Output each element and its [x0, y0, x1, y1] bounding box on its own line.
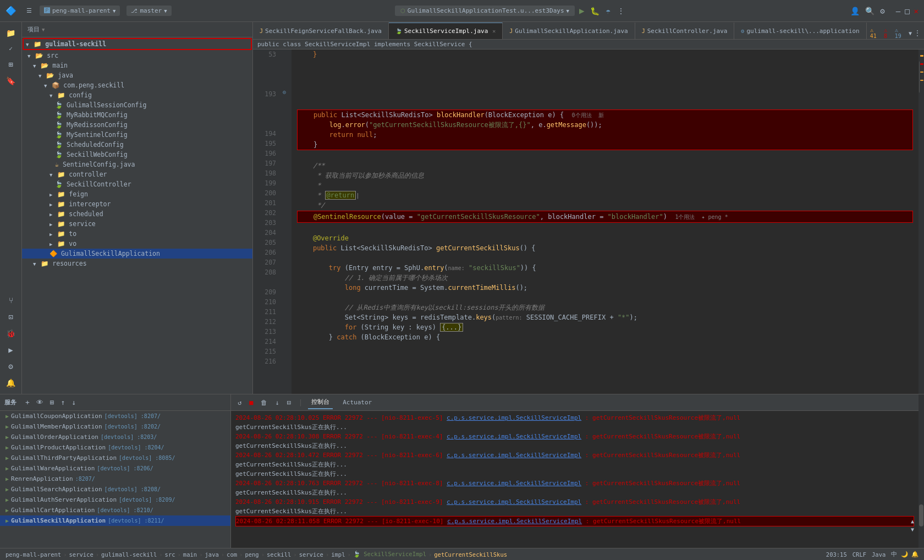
- log-tab-console[interactable]: 控制台: [308, 396, 333, 409]
- tree-item-to[interactable]: ▶ 📁 to: [22, 229, 252, 239]
- group-btn[interactable]: ⊞: [48, 397, 57, 408]
- log-tab-actuator[interactable]: Actuator: [339, 397, 375, 408]
- log-class-link-1[interactable]: c.p.s.service.impl.SeckillServiceImpl: [447, 414, 581, 421]
- log-class-link-2[interactable]: c.p.s.service.impl.SeckillServiceImpl: [447, 433, 581, 440]
- breadcrumb-peng-mall-parent[interactable]: peng-mall-parent: [6, 551, 61, 558]
- tab-gulimall-application[interactable]: ⚙ gulimall-seckill\...application: [734, 23, 866, 39]
- log-scrollbar-thumb[interactable]: [919, 504, 923, 526]
- tree-item-MyRedissonConfig[interactable]: 🍃 MyRedissonConfig: [22, 120, 252, 130]
- breadcrumb-getCurrentSeckillSkus[interactable]: getCurrentSeckillSkus: [434, 551, 507, 558]
- sidebar-icon-structure[interactable]: ⊞: [3, 58, 19, 71]
- tree-item-controller[interactable]: ▼ 📁 controller: [22, 169, 252, 179]
- tabs-more-btn[interactable]: ⋮: [914, 29, 921, 37]
- service-GulimallSeckillApplication[interactable]: ▶ GulimallSeckillApplication [devtools] …: [0, 515, 230, 526]
- tree-item-config[interactable]: ▼ 📁 config: [22, 90, 252, 100]
- sidebar-icon-bookmark[interactable]: 🔖: [3, 74, 19, 87]
- scroll-up-btn[interactable]: ▲: [911, 518, 914, 524]
- user-icon[interactable]: 👤: [849, 6, 861, 17]
- log-line-9: getCurrentSeckillSkus正在执行...: [235, 488, 914, 497]
- log-filter-btn[interactable]: ⊟: [285, 398, 293, 408]
- log-class-link-5[interactable]: c.p.s.service.impl.SeckillServiceImpl: [447, 498, 581, 506]
- debug-button[interactable]: 🐛: [589, 6, 601, 17]
- tab-SeckillController[interactable]: J SeckillController.java: [635, 23, 735, 39]
- service-GulimallOrderApplication[interactable]: ▶ GulimallOrderApplication [devtools] :8…: [0, 432, 230, 442]
- tab-SeckillFeignServiceFallBack[interactable]: J SeckillFeignServiceFallBack.java: [253, 23, 389, 39]
- tree-item-vo[interactable]: ▶ 📁 vo: [22, 239, 252, 249]
- tree-item-SentinelConfig[interactable]: ☕ SentinelConfig.java: [22, 160, 252, 169]
- sidebar-icon-commit[interactable]: ✓: [3, 43, 19, 54]
- line-ending[interactable]: CRLF: [853, 551, 866, 558]
- tree-item-GulimallSeckillApplication[interactable]: 🔶 GulimallSeckillApplication: [22, 249, 252, 259]
- sidebar-icon-terminal[interactable]: ⊡: [3, 310, 19, 323]
- scrollbar-vertical[interactable]: [919, 50, 924, 394]
- log-restart-btn[interactable]: ↺: [235, 398, 244, 408]
- service-GulimallCartApplication[interactable]: ▶ GulimallCartApplication [devtools] :82…: [0, 505, 230, 515]
- search-everywhere-button[interactable]: 🔍: [864, 6, 876, 17]
- service-GulimallThirdPartyApplication[interactable]: ▶ GulimallThirdPartyApplication [devtool…: [0, 453, 230, 463]
- project-selector[interactable]: 🅿 peng-mall-parent ▼: [40, 6, 120, 16]
- close-button[interactable]: ✕: [914, 7, 919, 15]
- service-GulimallAuthServerApplication[interactable]: ▶ GulimallAuthServerApplication [devtool…: [0, 495, 230, 505]
- tree-item-main[interactable]: ▼ 📂 main: [22, 61, 252, 70]
- tree-item-MySentinelConfig[interactable]: 🍃 MySentinelConfig: [22, 130, 252, 140]
- service-GulimallMemberApplication[interactable]: ▶ GulimallMemberApplication [devtools] :…: [0, 421, 230, 432]
- tree-item-SeckillWebConfig[interactable]: 🍃 SeckillWebConfig: [22, 150, 252, 160]
- log-scroll-btn[interactable]: ↓: [273, 398, 281, 408]
- tree-item-gulimall-seckill[interactable]: ▼ 📁 gulimall-seckill: [23, 38, 252, 50]
- service-GulimallSearchApplication[interactable]: ▶ GulimallSearchApplication [devtools] :…: [0, 484, 230, 495]
- log-stop-btn[interactable]: ■: [247, 398, 255, 408]
- tree-item-service[interactable]: ▶ 📁 service: [22, 219, 252, 229]
- code-line-216: } catch (BlockException e) {: [297, 332, 913, 342]
- tree-item-java[interactable]: ▼ 📂 java: [22, 70, 252, 80]
- view-btn[interactable]: 👁: [34, 397, 46, 408]
- add-service-btn[interactable]: +: [23, 397, 32, 408]
- tree-item-interceptor[interactable]: ▶ 📁 interceptor: [22, 199, 252, 209]
- log-clear-btn[interactable]: 🗑: [258, 398, 270, 408]
- more-run-button[interactable]: ⋮: [616, 6, 626, 17]
- minimize-button[interactable]: —: [896, 7, 900, 15]
- coverage-button[interactable]: ☂: [605, 6, 612, 17]
- service-GulimallCouponApplication[interactable]: ▶ GulimallCouponApplication [devtools] :…: [0, 411, 230, 421]
- tree-item-ScheduledConfig[interactable]: 🍃 ScheduledConfig: [22, 140, 252, 150]
- sidebar-icon-run[interactable]: ▶: [3, 343, 19, 356]
- log-class-link-3[interactable]: c.p.s.service.impl.SeckillServiceImpl: [447, 452, 581, 459]
- branch-selector[interactable]: ⎇ master ▼: [127, 6, 171, 16]
- scroll-down-btn[interactable]: ▼: [911, 526, 914, 532]
- tree-item-resources[interactable]: ▼ 📁 resources: [22, 259, 252, 268]
- up-btn[interactable]: ↑: [59, 397, 68, 408]
- service-GulimallWareApplication[interactable]: ▶ GulimallWareApplication [devtools] :82…: [0, 463, 230, 474]
- service-GulimallProductApplication[interactable]: ▶ GulimallProductApplication [devtools] …: [0, 442, 230, 453]
- tree-item-GulimallSessionConfig[interactable]: 🍃 GulimallSessionConfig: [22, 100, 252, 110]
- code-content[interactable]: } public List<SeckillSkuRedisTo> blockHa…: [292, 50, 919, 394]
- breadcrumb-SeckillServiceImpl[interactable]: 🍃 SeckillServiceImpl: [353, 551, 426, 558]
- down-btn[interactable]: ↓: [69, 397, 78, 408]
- tree-item-scheduled[interactable]: ▶ 📁 scheduled: [22, 209, 252, 219]
- tabs-dropdown-btn[interactable]: ▼: [909, 30, 912, 36]
- tab-SeckillServiceImpl[interactable]: 🍃 SeckillServiceImpl.java ✕: [389, 23, 503, 39]
- tab-close-2[interactable]: ✕: [492, 28, 496, 34]
- sidebar-icon-services[interactable]: ⚙: [3, 360, 19, 373]
- tree-item-package-root[interactable]: ▼ 📦 com.peng.seckill: [22, 80, 252, 90]
- breadcrumb-service[interactable]: service: [69, 551, 93, 558]
- language[interactable]: Java: [872, 551, 886, 558]
- tree-item-src[interactable]: ▼ 📂 src: [22, 51, 252, 61]
- maximize-button[interactable]: □: [905, 7, 909, 15]
- tab-GulimallSeckillApplication[interactable]: J GulimallSeckillApplication.java: [503, 23, 635, 39]
- log-scrollbar[interactable]: ▲ ▼: [919, 394, 924, 548]
- log-class-link-4[interactable]: c.p.s.service.impl.SeckillServiceImpl: [447, 480, 581, 487]
- settings-button[interactable]: ⚙: [879, 6, 886, 17]
- log-class-link-6[interactable]: c.p.s.service.impl.SeckillServiceImpl: [447, 518, 582, 525]
- tree-item-SeckillController[interactable]: 🍃 SeckillController: [22, 179, 252, 189]
- tree-item-feign[interactable]: ▶ 📁 feign: [22, 189, 252, 199]
- menu-button[interactable]: ☰: [23, 6, 35, 15]
- sidebar-icon-debug[interactable]: 🐞: [3, 327, 19, 340]
- run-configuration[interactable]: ⬡ GulimallSeckillApplicationTest.u...est…: [395, 6, 575, 16]
- sidebar-icon-git[interactable]: ⑂: [3, 294, 19, 307]
- run-button[interactable]: ▶: [579, 6, 585, 16]
- tree-item-MyRabbitMQConfig[interactable]: 🍃 MyRabbitMQConfig: [22, 110, 252, 120]
- breadcrumb-gulimall-seckill[interactable]: gulimall-seckill: [101, 551, 157, 558]
- service-RenrenApplication[interactable]: ▶ RenrenApplication :8207/: [0, 474, 230, 484]
- code-editor[interactable]: 53 193 194 195 196 197 198 199 200 201 2…: [253, 50, 924, 394]
- sidebar-icon-notifications[interactable]: 🔔: [3, 376, 19, 389]
- sidebar-icon-project[interactable]: 📁: [3, 26, 19, 40]
